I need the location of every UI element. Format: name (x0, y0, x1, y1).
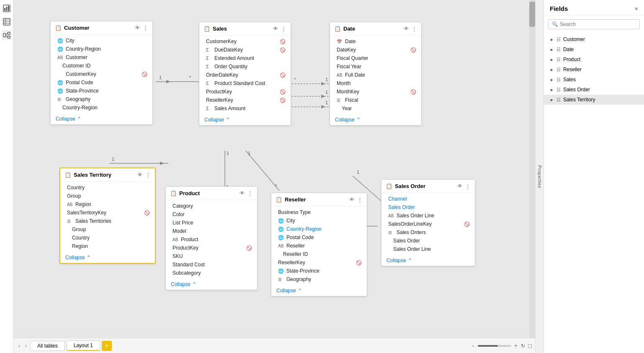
table-icon: 📋 (55, 25, 62, 31)
table-row: AB Full Date (330, 71, 421, 79)
hierarchy-icon: ☰ (67, 219, 73, 224)
eye-icon[interactable]: 👁 (404, 26, 409, 32)
table-icon: 📋 (64, 172, 71, 178)
globe-icon: 🌐 (57, 88, 63, 94)
svg-rect-11 (8, 36, 10, 38)
sales-territory-collapse[interactable]: Collapse ⌃ (60, 252, 155, 263)
eye-icon[interactable]: 👁 (137, 172, 143, 178)
svg-text:1: 1 (112, 157, 114, 162)
right-panel: Fields × 🔍 ► ☷ Customer ► ☷ Date ► ☷ Pro… (544, 0, 644, 353)
zoom-in-icon[interactable]: + (515, 343, 518, 349)
search-icon: 🔍 (552, 21, 558, 27)
field-item-customer[interactable]: ► ☷ Customer (544, 34, 644, 44)
table-row: Σ Product Standard Cost (199, 79, 291, 88)
more-icon[interactable]: ⋮ (247, 190, 253, 196)
table-row: Color (166, 210, 257, 219)
more-icon[interactable]: ⋮ (281, 26, 286, 32)
table-row: CustomerKey 🚫 (199, 37, 291, 46)
globe-icon: 🌐 (278, 218, 284, 224)
table-row: Channel (381, 195, 475, 203)
hidden-icon: 🚫 (280, 47, 286, 53)
layout-1-tab[interactable]: Layout 1 (67, 340, 100, 351)
table-row: Σ Extended Amount (199, 54, 291, 62)
svg-rect-3 (8, 6, 9, 11)
sales-order-collapse[interactable]: Collapse ⌃ (381, 255, 475, 266)
close-panel-button[interactable]: × (635, 5, 638, 12)
fields-search-box[interactable]: 🔍 (548, 19, 640, 29)
canvas-scrollbar[interactable] (529, 0, 535, 338)
eye-icon[interactable]: 👁 (135, 25, 140, 31)
field-item-date[interactable]: ► ☷ Date (544, 44, 644, 54)
table-row: Reseller ID (271, 250, 367, 258)
sigma-icon: Σ (206, 106, 212, 111)
svg-text:*: * (275, 183, 277, 188)
search-input[interactable] (560, 21, 636, 27)
table-row: Month (330, 79, 421, 88)
svg-text:*: * (189, 75, 191, 80)
more-icon[interactable]: ⋮ (143, 25, 148, 31)
sales-collapse[interactable]: Collapse ⌃ (199, 114, 291, 125)
data-icon[interactable] (2, 17, 12, 27)
model-icon[interactable] (2, 30, 12, 40)
svg-text:*: * (294, 77, 296, 82)
table-row: ☰ Sales Orders (381, 228, 475, 237)
report-icon[interactable] (2, 3, 12, 13)
more-icon[interactable]: ⋮ (465, 183, 471, 189)
field-item-sales-territory[interactable]: ► ☷ Sales Territory (544, 95, 644, 105)
reseller-table-body: Business Type 🌐 City 🌐 Country-Region 🌐 … (271, 206, 367, 285)
table-row: Model (166, 227, 257, 235)
svg-text:1: 1 (159, 75, 162, 80)
field-item-sales[interactable]: ► ☷ Sales (544, 75, 644, 85)
date-collapse[interactable]: Collapse ⌃ (330, 114, 421, 125)
customer-collapse[interactable]: Collapse ⌃ (51, 113, 152, 124)
product-collapse[interactable]: Collapse ⌃ (166, 279, 257, 290)
hierarchy-icon: ☰ (337, 98, 343, 103)
more-icon[interactable]: ⋮ (357, 196, 363, 203)
svg-rect-9 (3, 33, 6, 37)
eye-icon[interactable]: 👁 (349, 196, 355, 203)
eye-icon[interactable]: 👁 (240, 190, 245, 196)
field-item-reseller[interactable]: ► ☷ Reseller (544, 64, 644, 75)
reseller-collapse[interactable]: Collapse ⌃ (271, 285, 367, 296)
more-icon[interactable]: ⋮ (412, 26, 417, 32)
add-layout-button[interactable]: + (102, 341, 112, 351)
fit-icon[interactable]: □ (528, 343, 532, 349)
zoom-out-icon[interactable]: − (471, 343, 474, 349)
table-row: DateKey 🚫 (330, 46, 421, 54)
table-row: Customer ID (51, 62, 152, 70)
table-row: Business Type (271, 208, 367, 216)
scrollbar-thumb[interactable] (529, 2, 535, 27)
globe-icon: 🌐 (278, 227, 284, 232)
table-row: ProductKey 🚫 (166, 244, 257, 252)
svg-text:1: 1 (325, 90, 328, 95)
field-item-sales-order[interactable]: ► ☷ Sales Order (544, 85, 644, 95)
table-icon: ☷ (556, 77, 561, 82)
svg-marker-27 (321, 105, 325, 108)
eye-icon[interactable]: 👁 (457, 183, 463, 189)
table-row: Country-Region (51, 103, 152, 112)
hidden-icon: 🚫 (280, 89, 286, 95)
table-row: 📅 Date (330, 37, 421, 46)
reset-zoom-icon[interactable]: ↻ (521, 343, 525, 349)
canvas[interactable]: 1 * * 1 1 1 1 1 * (13, 0, 535, 338)
eye-icon[interactable]: 👁 (273, 26, 278, 32)
more-icon[interactable]: ⋮ (145, 172, 151, 178)
zoom-slider[interactable] (478, 345, 511, 347)
product-table-header: 📋 Product 👁 ⋮ (166, 187, 257, 200)
reseller-table-title: Reseller (285, 196, 349, 203)
table-row: Sales Order (381, 203, 475, 211)
sigma-icon: Σ (206, 47, 212, 52)
reseller-table: 📋 Reseller 👁 ⋮ Business Type 🌐 City 🌐 Co… (271, 193, 367, 296)
next-tab-arrow[interactable]: › (23, 342, 28, 350)
sales-order-table: 📋 Sales Order 👁 ⋮ Channel Sales Order AB… (381, 179, 475, 266)
prev-tab-arrow[interactable]: ‹ (17, 342, 22, 350)
all-tables-tab[interactable]: All tables (30, 341, 65, 351)
globe-icon: 🌐 (57, 38, 63, 44)
expand-icon: ► (550, 88, 554, 92)
table-row: Year (330, 104, 421, 113)
table-row: 🌐 Postal Code (271, 233, 367, 242)
table-icon: ☷ (556, 87, 561, 93)
table-row: ☰ Fiscal (330, 96, 421, 104)
field-item-product[interactable]: ► ☷ Product (544, 54, 644, 64)
table-row: 🌐 City (271, 216, 367, 225)
